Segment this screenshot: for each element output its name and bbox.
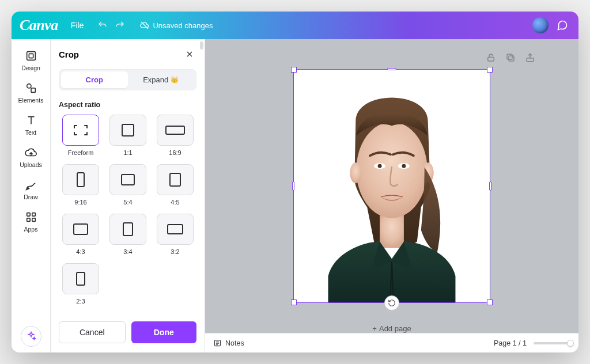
close-icon[interactable] xyxy=(183,47,196,61)
svg-point-21 xyxy=(402,164,406,168)
sidebar-item-draw[interactable]: Draw xyxy=(14,174,48,206)
sidebar-item-uploads[interactable]: Uploads xyxy=(14,142,48,174)
crop-handle-br[interactable] xyxy=(487,299,493,305)
ratio-4-5[interactable] xyxy=(157,164,194,195)
ratio-9-16[interactable] xyxy=(62,164,99,195)
redo-icon[interactable] xyxy=(111,17,128,34)
notes-icon xyxy=(213,339,222,347)
canvas-area: + Add page Notes Page 1 / 1 xyxy=(205,39,578,352)
ratio-label: 1:1 xyxy=(123,149,132,156)
selected-image[interactable] xyxy=(293,69,490,303)
ratio-freeform[interactable] xyxy=(62,115,99,146)
ratio-label: 5:4 xyxy=(123,199,132,206)
aspect-ratio-grid: Freeform1:116:99:165:44:54:33:43:22:3 xyxy=(51,112,205,307)
ratio-4-3[interactable] xyxy=(62,214,99,245)
ratio-label: 16:9 xyxy=(169,149,181,156)
page-indicator: Page 1 / 1 xyxy=(494,339,527,347)
globe-avatar-icon[interactable] xyxy=(532,17,549,33)
ratio-label: Freeform xyxy=(68,149,94,156)
ratio-3-4[interactable] xyxy=(109,214,146,245)
cancel-button[interactable]: Cancel xyxy=(59,321,126,343)
topbar: Canva File Unsaved changes xyxy=(12,12,578,39)
crop-expand-tabs: Crop Expand👑 xyxy=(59,69,196,90)
magic-button[interactable] xyxy=(21,326,41,347)
crown-icon: 👑 xyxy=(171,76,179,84)
tab-crop[interactable]: Crop xyxy=(61,71,128,88)
crop-panel: Crop Crop Expand👑 Aspect ratio Freeform1… xyxy=(51,39,205,352)
portrait-content xyxy=(294,70,490,302)
ratio-16-9[interactable] xyxy=(157,115,194,146)
svg-rect-4 xyxy=(31,88,35,92)
svg-rect-6 xyxy=(32,213,35,217)
rotate-handle[interactable] xyxy=(384,295,399,310)
ratio-1-1[interactable] xyxy=(109,115,146,146)
ratio-label: 4:3 xyxy=(76,248,85,255)
ratio-label: 4:5 xyxy=(171,199,179,206)
chat-icon[interactable] xyxy=(554,17,570,33)
sidebar-item-text[interactable]: Text xyxy=(14,109,48,142)
crop-handle-right[interactable] xyxy=(489,181,491,191)
panel-title: Crop xyxy=(59,50,79,59)
crop-handle-tr[interactable] xyxy=(487,67,493,73)
canva-logo: Canva xyxy=(20,17,58,34)
notes-button[interactable]: Notes xyxy=(213,339,244,347)
svg-rect-2 xyxy=(29,54,33,58)
crop-handle-bl[interactable] xyxy=(291,299,297,305)
svg-rect-7 xyxy=(27,218,30,222)
svg-point-16 xyxy=(350,162,361,183)
plus-icon: + xyxy=(372,324,377,333)
sidebar-item-apps[interactable]: Apps xyxy=(14,206,48,238)
left-sidebar: Design Elements Text Uploads Draw Apps xyxy=(12,39,51,352)
undo-icon[interactable] xyxy=(94,17,111,34)
ratio-5-4[interactable] xyxy=(109,164,146,195)
ratio-label: 3:4 xyxy=(123,248,132,255)
svg-rect-5 xyxy=(27,213,30,217)
svg-point-3 xyxy=(27,84,31,88)
ratio-3-2[interactable] xyxy=(157,214,194,245)
file-menu[interactable]: File xyxy=(71,21,84,30)
sidebar-item-elements[interactable]: Elements xyxy=(14,77,48,109)
tab-expand[interactable]: Expand👑 xyxy=(128,71,195,88)
bottom-bar: Notes Page 1 / 1 xyxy=(205,333,578,352)
done-button[interactable]: Done xyxy=(131,321,197,343)
svg-rect-1 xyxy=(27,52,35,60)
zoom-thumb[interactable] xyxy=(567,340,574,347)
crop-handle-top[interactable] xyxy=(387,68,396,70)
ratio-2-3[interactable] xyxy=(62,263,99,294)
ratio-label: 3:2 xyxy=(171,248,179,255)
aspect-ratio-label: Aspect ratio xyxy=(51,93,205,112)
svg-rect-8 xyxy=(32,218,35,222)
panel-scrollbar[interactable] xyxy=(200,41,203,50)
ratio-label: 2:3 xyxy=(76,298,85,305)
svg-point-20 xyxy=(378,164,382,168)
unsaved-status: Unsaved changes xyxy=(140,21,213,30)
crop-handle-left[interactable] xyxy=(292,181,294,191)
crop-handle-tl[interactable] xyxy=(291,67,297,73)
add-page-button[interactable]: + Add page xyxy=(372,324,411,333)
cloud-off-icon xyxy=(140,21,149,30)
zoom-slider[interactable] xyxy=(534,342,570,344)
ratio-label: 9:16 xyxy=(74,199,86,206)
sidebar-item-design[interactable]: Design xyxy=(14,45,48,77)
